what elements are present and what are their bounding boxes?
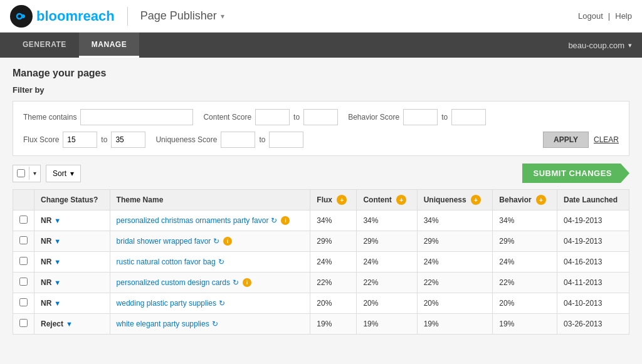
row-content-cell: 20% bbox=[357, 293, 417, 314]
row-behavior-cell: 22% bbox=[493, 273, 557, 293]
row-theme-cell: personalized custom design cards↻i bbox=[110, 273, 310, 293]
col-flux[interactable]: Flux + bbox=[310, 190, 357, 211]
select-all-checkbox[interactable] bbox=[17, 169, 25, 177]
flux-sort-icon[interactable]: + bbox=[337, 195, 347, 205]
row-content-cell: 34% bbox=[357, 211, 417, 231]
nav-tab-manage[interactable]: MANAGE bbox=[79, 33, 139, 58]
logo-accent: reach bbox=[78, 8, 115, 24]
row-3-checkbox[interactable] bbox=[19, 278, 28, 286]
status-dropdown-arrow[interactable]: ▼ bbox=[54, 279, 61, 286]
status-dropdown-arrow[interactable]: ▼ bbox=[54, 258, 61, 266]
row-theme-cell: rustic natural cotton favor bag↻ bbox=[110, 252, 310, 273]
apply-button[interactable]: APPLY bbox=[543, 132, 589, 148]
status-label: NR bbox=[41, 299, 51, 308]
table-row: NR▼bridal shower wrapped favor↻i29%29%29… bbox=[13, 231, 629, 252]
sort-arrow-icon: ▾ bbox=[70, 169, 74, 178]
row-date-cell: 04-16-2013 bbox=[557, 252, 629, 273]
theme-name-link[interactable]: personalized custom design cards bbox=[117, 278, 230, 287]
row-5-checkbox[interactable] bbox=[19, 319, 28, 327]
behavior-score-to-input[interactable] bbox=[451, 109, 486, 125]
info-icon: i bbox=[223, 237, 232, 246]
clear-button[interactable]: CLEAR bbox=[594, 135, 619, 144]
flux-score-to-input[interactable] bbox=[111, 132, 145, 148]
row-1-checkbox[interactable] bbox=[19, 236, 28, 244]
page-title: Page Publisher ▾ bbox=[140, 9, 224, 23]
table-row: NR▼personalized custom design cards↻i22%… bbox=[13, 273, 629, 293]
row-uniqueness-cell: 34% bbox=[417, 211, 493, 231]
nav-account[interactable]: beau-coup.com ▾ bbox=[568, 41, 632, 50]
flux-score-to-label: to bbox=[101, 135, 107, 144]
logo-bold: bloom bbox=[36, 8, 78, 24]
row-2-checkbox[interactable] bbox=[19, 257, 28, 265]
uniqueness-score-to-input[interactable] bbox=[269, 132, 303, 148]
status-label: NR bbox=[41, 216, 51, 225]
row-date-cell: 04-19-2013 bbox=[557, 231, 629, 252]
page-title-dropdown-arrow[interactable]: ▾ bbox=[221, 12, 224, 21]
uniqueness-sort-icon[interactable]: + bbox=[471, 195, 481, 205]
content-score-from-input[interactable] bbox=[255, 109, 290, 125]
uniqueness-score-label: Uniqueness Score bbox=[155, 135, 217, 144]
select-all-checkbox-area[interactable] bbox=[13, 167, 29, 180]
row-checkbox-cell bbox=[13, 252, 34, 273]
theme-name-link[interactable]: rustic natural cotton favor bag bbox=[117, 257, 216, 266]
row-checkbox-cell bbox=[13, 211, 34, 231]
row-4-checkbox[interactable] bbox=[19, 298, 28, 306]
behavior-sort-icon[interactable]: + bbox=[536, 195, 546, 205]
theme-name-link[interactable]: bridal shower wrapped favor bbox=[117, 237, 211, 246]
account-name: beau-coup.com bbox=[568, 41, 624, 50]
submit-changes-button[interactable]: SUBMIT CHANGES bbox=[522, 164, 629, 183]
status-group: NR▼ bbox=[41, 216, 103, 225]
row-status-cell: NR▼ bbox=[34, 231, 110, 252]
content-sort-icon[interactable]: + bbox=[396, 195, 406, 205]
status-dropdown-arrow[interactable]: ▼ bbox=[66, 320, 73, 328]
sync-icon: ↻ bbox=[218, 257, 227, 266]
behavior-score-from-input[interactable] bbox=[403, 109, 438, 125]
flux-score-label: Flux Score bbox=[23, 135, 59, 144]
row-theme-cell: bridal shower wrapped favor↻i bbox=[110, 231, 310, 252]
row-content-cell: 29% bbox=[357, 231, 417, 252]
sort-label: Sort bbox=[53, 169, 66, 178]
col-status: Change Status? bbox=[34, 190, 110, 211]
row-flux-cell: 29% bbox=[310, 231, 357, 252]
sort-button[interactable]: Sort ▾ bbox=[46, 165, 81, 182]
row-date-cell: 04-11-2013 bbox=[557, 273, 629, 293]
status-group: NR▼ bbox=[41, 237, 103, 246]
row-date-cell: 04-19-2013 bbox=[557, 211, 629, 231]
nav-tab-generate[interactable]: GENERATE bbox=[10, 33, 79, 58]
row-content-cell: 24% bbox=[357, 252, 417, 273]
filter-group-flux: Flux Score to bbox=[23, 132, 145, 148]
uniqueness-score-from-input[interactable] bbox=[221, 132, 255, 148]
main-content: Manage your pages Filter by Theme contai… bbox=[0, 58, 642, 345]
row-date-cell: 04-10-2013 bbox=[557, 293, 629, 314]
status-dropdown-arrow[interactable]: ▼ bbox=[54, 299, 61, 307]
theme-name-link[interactable]: white elegant party supplies bbox=[117, 320, 209, 328]
row-theme-cell: white elegant party supplies↻ bbox=[110, 314, 310, 335]
row-content-cell: 22% bbox=[357, 273, 417, 293]
row-status-cell: NR▼ bbox=[34, 293, 110, 314]
content-score-to-input[interactable] bbox=[303, 109, 338, 125]
logout-link[interactable]: Logout bbox=[578, 11, 603, 21]
status-dropdown-arrow[interactable]: ▼ bbox=[54, 237, 61, 245]
header-divider-text: | bbox=[608, 11, 610, 21]
theme-contains-input[interactable] bbox=[80, 109, 193, 125]
filter-panel: Theme contains Content Score to Behavior… bbox=[13, 101, 629, 156]
theme-name-link[interactable]: personalized christmas ornaments party f… bbox=[117, 216, 269, 225]
row-uniqueness-cell: 22% bbox=[417, 273, 493, 293]
status-dropdown-arrow[interactable]: ▼ bbox=[54, 217, 61, 224]
sync-icon: ↻ bbox=[212, 320, 221, 328]
logo: bloomreach bbox=[10, 5, 115, 28]
col-uniqueness[interactable]: Uniqueness + bbox=[417, 190, 493, 211]
select-all-arrow[interactable]: ▾ bbox=[29, 167, 40, 179]
theme-name-link[interactable]: wedding plastic party supplies bbox=[117, 299, 216, 308]
help-link[interactable]: Help bbox=[615, 11, 632, 21]
filter-label: Filter by bbox=[13, 85, 629, 95]
uniqueness-score-to-label: to bbox=[259, 135, 265, 144]
sync-icon: ↻ bbox=[233, 278, 241, 287]
col-behavior[interactable]: Behavior + bbox=[493, 190, 557, 211]
col-content[interactable]: Content + bbox=[357, 190, 417, 211]
row-0-checkbox[interactable] bbox=[19, 216, 28, 224]
flux-score-from-input[interactable] bbox=[63, 132, 97, 148]
header: bloomreach Page Publisher ▾ Logout | Hel… bbox=[0, 0, 642, 33]
filter-group-content: Content Score to bbox=[203, 109, 338, 125]
select-all-dropdown[interactable]: ▾ bbox=[13, 165, 41, 182]
